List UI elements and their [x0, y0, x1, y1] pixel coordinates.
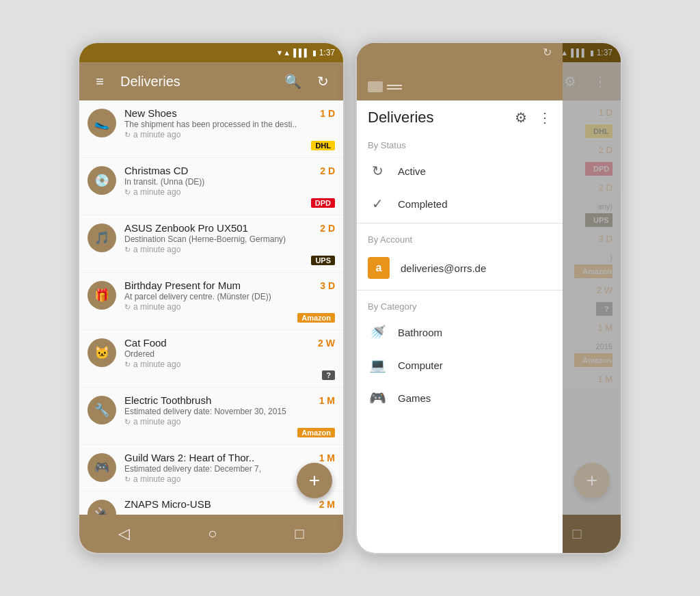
status-bar-1: ▼▲ ▌▌▌ ▮ Deliveries 1:37 [79, 43, 343, 62]
divider-1 [357, 223, 563, 224]
fab-button[interactable]: + [297, 463, 332, 498]
drawer-title-icons: ⚙ ⋮ [515, 109, 552, 126]
drawer-header-icons [368, 81, 535, 92]
item-content: Birthday Present for Mum 3 D At parcel d… [124, 280, 335, 323]
item-header: Electric Toothbrush 1 M [124, 394, 335, 406]
item-badge: Amazon [297, 313, 335, 323]
item-days: 1 M [319, 395, 335, 406]
home-button-1[interactable]: ○ [208, 525, 217, 543]
games-icon: 🎮 [368, 390, 387, 406]
item-content: New Shoes 1 D The shipment has been proc… [124, 107, 335, 150]
item-avatar: 🥿 [88, 109, 116, 137]
computer-label: Computer [398, 360, 443, 371]
item-header: Cat Food 2 W [124, 337, 335, 349]
item-days: 2 M [319, 499, 335, 510]
drawer-content: By Status ↻ Active ✓ Completed By Accoun… [357, 132, 563, 553]
refresh-small-icon: ↻ [124, 360, 131, 369]
battery-icon: ▮ [312, 49, 317, 57]
item-content: ASUS Zenbook Pro UX501 2 D Destination S… [124, 222, 335, 265]
bathroom-label: Bathroom [398, 327, 442, 338]
item-badge: DPD [311, 198, 335, 208]
item-content: ZNAPS Micro-USB 2 M [124, 498, 335, 510]
delivery-item[interactable]: 💿 Christmas CD 2 D In transit. (Unna (DE… [79, 158, 343, 215]
item-title: Guild Wars 2: Heart of Thor.. [124, 452, 254, 463]
item-avatar-icon: 🎵 [94, 230, 109, 245]
account-email-label: deliveries@orrs.de [401, 262, 486, 274]
item-badge-row: ? [124, 370, 335, 380]
item-content: Christmas CD 2 D In transit. (Unna (DE))… [124, 165, 335, 208]
completed-icon: ✓ [368, 195, 387, 212]
delivery-item[interactable]: 🐱 Cat Food 2 W Ordered ↻ a minute ago ? [79, 330, 343, 388]
bottom-nav-1: ◁ ○ □ [79, 515, 343, 553]
delivery-item[interactable]: 🎁 Birthday Present for Mum 3 D At parcel… [79, 273, 343, 330]
item-days: 3 D [320, 280, 335, 291]
item-avatar-icon: 🥿 [94, 116, 109, 131]
item-badge: DHL [311, 141, 335, 150]
item-title: Cat Food [124, 337, 167, 349]
drawer-item-completed[interactable]: ✓ Completed [357, 187, 563, 220]
item-subtitle: In transit. (Unna (DE)) [124, 177, 335, 187]
drawer-item-active[interactable]: ↻ Active [357, 154, 563, 187]
divider-2 [357, 290, 563, 290]
delivery-item[interactable]: 🎵 ASUS Zenbook Pro UX501 2 D Destination… [79, 215, 343, 273]
refresh-small-icon: ↻ [124, 418, 131, 426]
item-avatar-icon: 🔧 [94, 403, 109, 418]
account-icon-letter: a [376, 262, 382, 274]
drawer-more-icon[interactable]: ⋮ [538, 109, 552, 126]
back-button-1[interactable]: ◁ [118, 525, 130, 543]
item-title: ASUS Zenbook Pro UX501 [124, 222, 248, 234]
drawer-item-computer[interactable]: 💻 Computer [357, 349, 563, 381]
item-badge-row: Amazon [124, 313, 335, 323]
item-header: New Shoes 1 D [124, 107, 335, 119]
active-label: Active [398, 165, 426, 177]
recent-button-1[interactable]: □ [295, 525, 304, 543]
delivery-item[interactable]: 🔧 Electric Toothbrush 1 M Estimated deli… [79, 388, 343, 445]
games-label: Games [398, 392, 431, 404]
item-avatar-icon: 💿 [94, 173, 109, 188]
computer-icon: 💻 [368, 357, 387, 373]
item-days: 1 D [320, 108, 335, 119]
item-avatar: 🐱 [88, 338, 116, 367]
delivery-item[interactable]: 🥿 New Shoes 1 D The shipment has been pr… [79, 100, 343, 158]
item-avatar-icon: 🔌 [94, 506, 109, 515]
item-time: ↻ a minute ago [124, 187, 335, 197]
item-title: Electric Toothbrush [124, 394, 211, 406]
by-account-header: By Account [357, 226, 563, 249]
item-avatar: 💿 [88, 166, 116, 195]
mini-envelope-icon [368, 81, 383, 92]
item-title: New Shoes [124, 107, 177, 119]
item-time: ↻ a minute ago [124, 417, 335, 426]
item-badge: Amazon [297, 428, 335, 437]
item-avatar: 🎮 [88, 453, 116, 482]
account-icon: a [368, 257, 390, 279]
item-title: ZNAPS Micro-USB [124, 498, 211, 510]
drawer-item-account[interactable]: a deliveries@orrs.de [357, 249, 563, 287]
item-time: ↻ a minute ago [124, 130, 335, 139]
menu-icon[interactable]: ≡ [90, 74, 109, 90]
refresh-icon[interactable]: ↻ [313, 73, 332, 90]
refresh-small-icon: ↻ [124, 475, 131, 484]
item-avatar: 🎵 [88, 224, 116, 252]
drawer-header-refresh: ↻ [543, 43, 552, 59]
item-days: 2 D [320, 165, 335, 176]
fab-button-2[interactable]: + [574, 463, 610, 498]
fab-icon: + [309, 471, 320, 490]
item-avatar-icon: 🎮 [94, 460, 109, 475]
item-badge: UPS [311, 256, 335, 265]
clock-1: 1:37 [319, 48, 335, 57]
item-subtitle: Estimated delivery date: November 30, 20… [124, 407, 335, 416]
item-time: ↻ a minute ago [124, 360, 335, 369]
item-subtitle: At parcel delivery centre. (Münster (DE)… [124, 292, 335, 301]
drawer-item-games[interactable]: 🎮 Games [357, 381, 563, 414]
search-icon[interactable]: 🔍 [283, 73, 302, 90]
drawer-item-bathroom[interactable]: 🚿 Bathroom [357, 316, 563, 349]
item-header: Guild Wars 2: Heart of Thor.. 1 M [124, 452, 335, 463]
delivery-list: 🥿 New Shoes 1 D The shipment has been pr… [79, 100, 343, 515]
drawer-header: ↻ [357, 43, 563, 100]
drawer-app-title: Deliveries [368, 109, 434, 126]
refresh-small-icon: ↻ [124, 131, 131, 139]
drawer-settings-icon[interactable]: ⚙ [515, 109, 527, 126]
refresh-small-icon: ↻ [124, 188, 131, 197]
refresh-small-icon: ↻ [543, 46, 552, 58]
refresh-small-icon: ↻ [124, 303, 131, 312]
